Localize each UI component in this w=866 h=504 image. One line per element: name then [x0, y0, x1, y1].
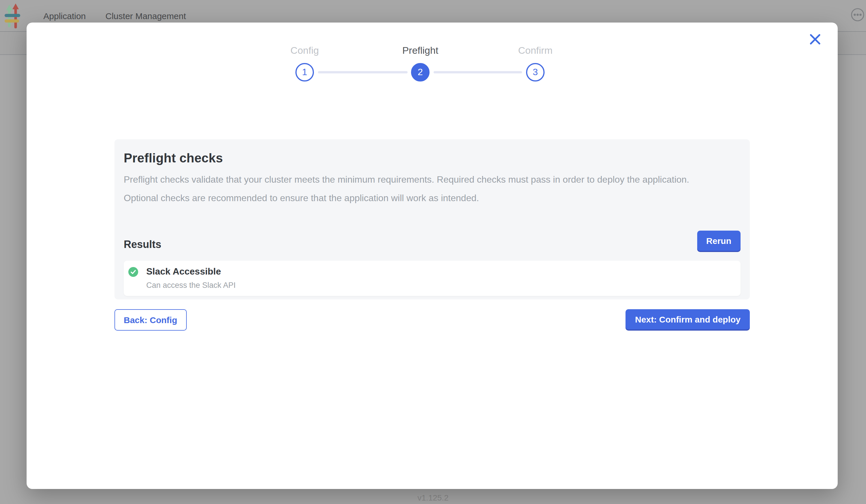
results-header-row: Results Rerun — [124, 231, 741, 251]
step-preflight-circle[interactable]: 2 — [411, 63, 430, 81]
rerun-button[interactable]: Rerun — [697, 231, 741, 251]
step-confirm-label: Confirm — [495, 45, 576, 57]
step-confirm-circle[interactable]: 3 — [526, 63, 545, 81]
preflight-title: Preflight checks — [124, 151, 741, 166]
next-confirm-deploy-button[interactable]: Next: Confirm and deploy — [626, 309, 750, 329]
step-preflight-label: Preflight — [380, 45, 461, 57]
check-description: Can access the Slack API — [146, 281, 236, 290]
results-label: Results — [124, 239, 161, 251]
step-preflight: Preflight 2 — [380, 45, 461, 81]
preflight-panel: Preflight checks Preflight checks valida… — [114, 139, 750, 299]
back-config-button[interactable]: Back: Config — [114, 309, 187, 331]
screen: Application Cluster Management v1.125.2 — [0, 0, 866, 504]
check-name: Slack Accessible — [146, 266, 236, 278]
step-confirm: Confirm 3 — [495, 45, 576, 81]
preflight-description: Preflight checks validate that your clus… — [124, 170, 720, 208]
step-config-circle[interactable]: 1 — [296, 63, 314, 81]
step-config-label: Config — [264, 45, 345, 57]
step-config: Config 1 — [264, 45, 345, 81]
preflight-modal: Config 1 Preflight 2 Confirm 3 Preflight… — [26, 23, 838, 489]
check-text: Slack Accessible Can access the Slack AP… — [146, 266, 236, 290]
wizard-stepper: Config 1 Preflight 2 Confirm 3 — [26, 23, 838, 115]
check-icon — [130, 269, 136, 275]
check-pass-badge — [128, 267, 138, 277]
preflight-check-row: Slack Accessible Can access the Slack AP… — [124, 261, 741, 296]
